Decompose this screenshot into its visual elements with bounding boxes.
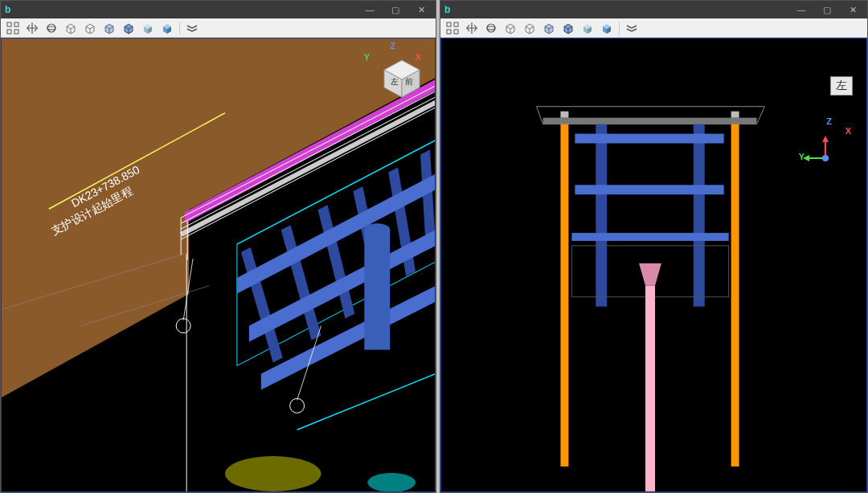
minimize-button[interactable]: — (358, 2, 381, 17)
axis-triad-right (801, 134, 850, 185)
svg-point-39 (487, 24, 495, 32)
wire-cube-icon[interactable] (63, 21, 78, 35)
svg-rect-3 (7, 30, 11, 34)
close-button[interactable]: ✕ (410, 2, 432, 17)
maximize-button[interactable]: ▢ (816, 2, 838, 17)
ortho-scene (440, 38, 867, 492)
svg-rect-45 (560, 124, 568, 467)
toolbar-right (440, 18, 867, 38)
svg-rect-44 (731, 112, 739, 118)
shade-cube2-icon[interactable] (561, 21, 575, 35)
svg-rect-22 (364, 230, 390, 349)
grid-icon[interactable] (6, 21, 20, 35)
svg-rect-54 (645, 286, 655, 492)
svg-point-40 (487, 26, 495, 30)
shade-cube-icon[interactable] (102, 21, 117, 35)
orbit-icon[interactable] (484, 21, 498, 35)
svg-marker-57 (822, 136, 829, 142)
wire-cube2-icon[interactable] (83, 21, 97, 35)
shade-cube-icon[interactable] (542, 21, 556, 35)
app-icon: b (444, 4, 455, 15)
minimize-button[interactable]: — (790, 2, 813, 17)
toolbar-left (1, 18, 436, 38)
svg-rect-1 (7, 22, 11, 26)
svg-point-23 (225, 456, 321, 491)
cad-ortho-drawing (440, 38, 867, 492)
svg-point-5 (47, 24, 55, 32)
solid-cube-icon[interactable] (141, 21, 155, 35)
svg-point-25 (176, 319, 190, 333)
svg-rect-38 (454, 30, 458, 34)
svg-rect-36 (454, 22, 458, 26)
close-button[interactable]: ✕ (841, 2, 864, 17)
more-icon[interactable] (624, 21, 639, 35)
svg-point-24 (367, 473, 416, 492)
view-orientation-tag[interactable]: 左 (830, 76, 853, 96)
svg-rect-35 (447, 22, 451, 26)
svg-text:b: b (5, 4, 10, 15)
viewcube-left-face: 左 (391, 77, 399, 86)
orbit-icon[interactable] (44, 21, 59, 35)
svg-rect-46 (731, 124, 739, 467)
svg-rect-51 (571, 233, 728, 241)
axis-z: Z (390, 41, 395, 51)
viewcube-left[interactable]: 左 前 (379, 55, 418, 94)
svg-text:b: b (444, 4, 450, 15)
svg-rect-2 (14, 22, 18, 26)
viewcube-front-face: 前 (405, 77, 413, 86)
solid-cube-blue-icon[interactable] (600, 21, 614, 35)
grid-icon[interactable] (445, 21, 460, 35)
right-window: b — ▢ ✕ (440, 0, 868, 493)
cad-iso-drawing (1, 38, 436, 492)
wire-cube-icon[interactable] (503, 21, 518, 35)
svg-rect-42 (543, 118, 757, 124)
axis-y: Y (364, 52, 370, 62)
svg-rect-4 (14, 30, 18, 34)
svg-rect-50 (575, 185, 723, 194)
pan-icon[interactable] (465, 21, 479, 35)
titlebar-right: b — ▢ ✕ (440, 1, 867, 18)
axis-x: X (416, 52, 421, 62)
viewport-left[interactable]: 支护设计起始里程 DK23+738.850 左 前 Z Y X (1, 38, 436, 492)
svg-rect-48 (694, 124, 705, 307)
maximize-button[interactable]: ▢ (384, 2, 407, 17)
app-icon: b (4, 4, 15, 15)
solid-cube-blue-icon[interactable] (160, 21, 174, 35)
svg-marker-53 (639, 263, 661, 286)
axis-y: Y (799, 152, 805, 161)
iso-scene (1, 38, 436, 492)
svg-rect-37 (447, 30, 451, 34)
svg-point-60 (822, 155, 829, 161)
titlebar-left: b — ▢ ✕ (1, 1, 436, 18)
shade-cube2-icon[interactable] (121, 21, 136, 35)
solid-cube-icon[interactable] (580, 21, 595, 35)
axis-x: X (845, 126, 851, 136)
axis-z: Z (826, 116, 832, 126)
wire-cube2-icon[interactable] (522, 21, 537, 35)
svg-rect-49 (575, 134, 723, 144)
pan-icon[interactable] (25, 21, 39, 35)
svg-rect-43 (560, 112, 568, 118)
svg-rect-47 (596, 124, 607, 307)
left-window: b — ▢ ✕ (0, 0, 436, 493)
more-icon[interactable] (185, 21, 199, 35)
svg-point-6 (47, 26, 55, 30)
viewport-right[interactable]: 左 Z Y X (440, 38, 867, 492)
